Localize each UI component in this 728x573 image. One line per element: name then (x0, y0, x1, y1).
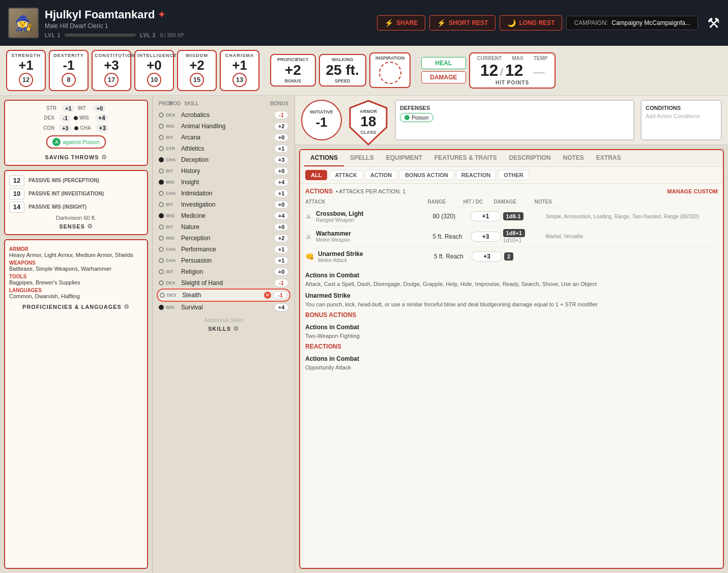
skill-prof-dot (160, 293, 165, 298)
saves-row-1: STR +1 INT +0 (9, 105, 143, 112)
actions-container: ACTIONSSPELLSEQUIPMENTFEATURES & TRAITSD… (299, 149, 724, 569)
panels-row: STR +1 INT +0 DEX -1 WIS (0, 96, 728, 573)
darkvision: Darkvision 60 ft. (9, 215, 143, 221)
proficiencies-section: ARMOR Heavy Armor, Light Armor, Medium A… (4, 239, 148, 569)
skills-panel: PROF MOD SKILL BONUS DEXAcrobatics-1WISA… (153, 96, 295, 573)
left-panel: STR +1 INT +0 DEX -1 WIS (0, 96, 153, 573)
skill-item-intimidation[interactable]: CHAIntimidation+1 (157, 188, 290, 199)
poison-dot (404, 115, 410, 120)
attack-icon: ⚔ (305, 233, 312, 241)
saves-row-2: DEX -1 WIS +4 (9, 114, 143, 122)
skill-item-persuasion[interactable]: CHAPersuasion+1 (157, 255, 290, 266)
skill-item-religion[interactable]: INTReligion+0 (157, 266, 290, 277)
save-cha: CHA +3 (74, 124, 109, 132)
attack-damage: 1d8-1 (503, 213, 544, 220)
ddb-logo: ⚒ (707, 15, 720, 32)
reactions-title: REACTIONS (305, 343, 718, 350)
save-dex: DEX -1 (44, 114, 71, 122)
skill-prof-dot (159, 213, 164, 218)
skill-item-investigation[interactable]: INTInvestigation+0 (157, 199, 290, 210)
heal-button[interactable]: HEAL (421, 57, 465, 69)
skill-item-performance[interactable]: CHAPerformance+1 (157, 244, 290, 255)
subtab-action[interactable]: ACTION (365, 170, 397, 180)
skill-item-survival[interactable]: WISSurvival+4 (157, 302, 290, 313)
hp-box: CURRENT MAX TEMP 12 / 12 — HIT POINTS (469, 52, 556, 89)
character-subtitle: Male Hill Dwarf Cleric 1 (45, 22, 371, 30)
attack-row-crossbow--light[interactable]: ⚔ Crossbow, Light Ranged Weapon 80 (320)… (305, 207, 718, 226)
skill-item-perception[interactable]: WISPerception+2 (157, 233, 290, 244)
skill-item-insight[interactable]: WISInsight+4 (157, 177, 290, 188)
attack-row-unarmed-strike[interactable]: 👊 Unarmed Strike Melee Attack 5 ft. Reac… (305, 247, 718, 267)
hp-headers: CURRENT MAX TEMP (477, 55, 548, 61)
edit-icon[interactable]: ✦ (158, 9, 165, 20)
skills-title: SKILLS ⚙ (157, 325, 290, 332)
campaign-box: CAMPAIGN: Campaigny McCampaignfa... (566, 16, 698, 30)
additional-skills: Additional Skills (157, 317, 290, 323)
skills-gear[interactable]: ⚙ (233, 325, 239, 332)
proficiencies-gear[interactable]: ⚙ (124, 303, 130, 310)
attack-hit: +3 (471, 232, 501, 242)
skill-item-deception[interactable]: CHADeception+3 (157, 154, 290, 165)
subtab-all[interactable]: ALL (305, 170, 327, 180)
inspiration-circle[interactable] (379, 62, 401, 84)
senses-gear[interactable]: ⚙ (87, 223, 93, 230)
tab-notes[interactable]: NOTES (557, 150, 590, 166)
skill-item-history[interactable]: INTHistory+0 (157, 165, 290, 177)
manage-custom[interactable]: MANAGE CUSTOM (667, 188, 718, 194)
attack-hit: +3 (472, 251, 502, 262)
subtab-attack[interactable]: ATTACK (329, 170, 363, 180)
senses-title: SENSES ⚙ (9, 223, 143, 230)
skill-prof-dot (159, 191, 164, 196)
skill-item-stealth[interactable]: DEXStealthD-1 (157, 289, 290, 302)
share-button[interactable]: ⚡ SHARE (377, 15, 425, 31)
attack-table-header: ATTACK RANGE HIT / DC DAMAGE NOTES (305, 198, 718, 207)
skill-prof-dot (159, 146, 164, 151)
attack-row-warhammer[interactable]: ⚔ Warhammer Melee Weapon 5 ft. Reach +3 … (305, 226, 718, 247)
avatar-image: 🧙 (9, 9, 38, 37)
avatar: 🧙 (8, 8, 39, 38)
saves-row-3: CON +3 CHA +3 (9, 124, 143, 132)
passive-perception: 12 PASSIVE WIS (PERCEPTION) (9, 175, 143, 186)
skill-item-athletics[interactable]: STRAthletics+1 (157, 143, 290, 154)
passive-investigation: 10 PASSIVE INT (INVESTIGATION) (9, 188, 143, 199)
attack-hit: +1 (471, 211, 501, 221)
skill-item-medicine[interactable]: WISMedicine+4 (157, 210, 290, 221)
defenses-box: DEFENSES Poison (395, 100, 634, 140)
attack-range: 5 ft. Reach (434, 253, 470, 260)
attack-name-block: Crossbow, Light Ranged Weapon (316, 210, 431, 223)
ability-wisdom: WISDOM +2 15 (177, 50, 217, 91)
disadvantage-icon: D (264, 292, 271, 299)
tab-spells[interactable]: SPELLS (344, 150, 380, 166)
attack-damage: 2 (504, 253, 545, 260)
tab-extras[interactable]: EXTRAS (590, 150, 627, 166)
saving-throws-gear[interactable]: ⚙ (101, 154, 107, 161)
skill-item-sleight-of-hand[interactable]: DEXSleight of Hand-1 (157, 277, 290, 289)
character-info: Hjulkyl Foamtankard ✦ Male Hill Dwarf Cl… (45, 8, 371, 38)
stat-divider-2 (416, 55, 416, 85)
attack-range: 80 (320) (433, 213, 469, 220)
bonus-actions-title: BONUS ACTIONS (305, 311, 718, 319)
skill-item-animal-handling[interactable]: WISAnimal Handling+2 (157, 121, 290, 132)
ability-dexterity: DEXTERITY -1 8 (49, 50, 89, 91)
subtab-reaction[interactable]: REACTION (456, 170, 496, 180)
bonus-actions-combat: Actions in Combat Two-Weapon Fighting (305, 324, 718, 339)
add-conditions[interactable]: Add Active Conditions (646, 113, 717, 119)
long-rest-button[interactable]: 🌙 LONG REST (500, 15, 562, 31)
initiative-box: INITIATIVE -1 (301, 100, 342, 140)
skill-prof-dot (159, 224, 164, 230)
attack-notes: Simple, Ammunition, Loading, Range, Two-… (546, 214, 718, 219)
skill-item-acrobatics[interactable]: DEXAcrobatics-1 (157, 109, 290, 121)
stat-divider-1 (265, 55, 265, 85)
subtab-bonus-action[interactable]: BONUS ACTION (399, 170, 454, 180)
skill-item-arcana[interactable]: INTArcana+0 (157, 132, 290, 143)
damage-button[interactable]: DAMAGE (421, 71, 465, 83)
against-poison-badge: A against Poison (46, 135, 105, 149)
short-rest-button[interactable]: ⚡ SHORT REST (429, 15, 496, 31)
reactions-combat: Actions in Combat Opportunity Attack (305, 355, 718, 370)
skill-item-nature[interactable]: INTNature+0 (157, 221, 290, 233)
tab-description[interactable]: DESCRIPTION (503, 150, 557, 166)
tab-features--traits[interactable]: FEATURES & TRAITS (428, 150, 503, 166)
tab-actions[interactable]: ACTIONS (304, 150, 344, 166)
subtab-other[interactable]: OTHER (498, 170, 529, 180)
tab-equipment[interactable]: EQUIPMENT (380, 150, 428, 166)
